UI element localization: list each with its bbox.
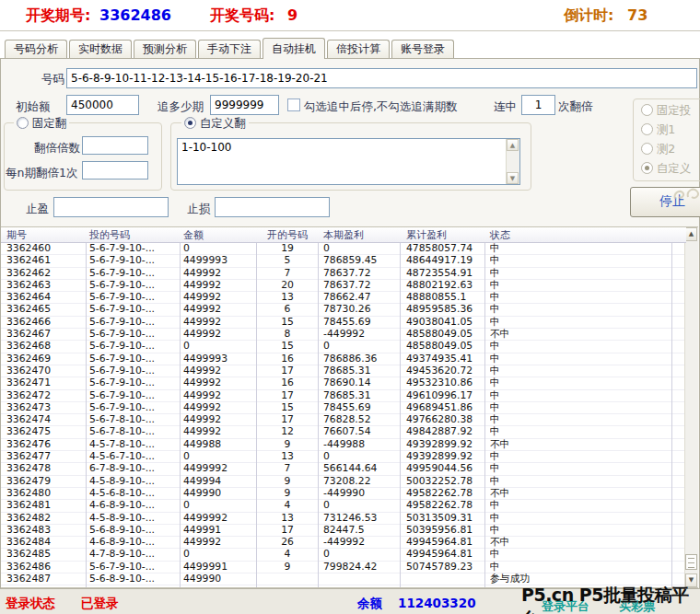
textarea-scrollbar[interactable]: ▲ ▼ bbox=[506, 139, 519, 184]
table-row[interactable]: 33624675-6-7-9-10-...4499928-44999248588… bbox=[1, 329, 686, 341]
streak-input[interactable]: 1 bbox=[521, 95, 555, 115]
table-row[interactable]: 33624715-6-7-9-10-...4499921678690.14495… bbox=[1, 377, 686, 389]
fixed-multiply-radio-row[interactable]: 固定翻 bbox=[14, 116, 69, 132]
tab-4[interactable]: 手动下注 bbox=[198, 40, 261, 58]
chase-periods-input[interactable]: 9999999 bbox=[210, 95, 279, 115]
table-cell: 中 bbox=[490, 513, 671, 525]
fixed-multiply-radio[interactable] bbox=[17, 117, 29, 129]
table-cell: 3362484 bbox=[6, 537, 84, 549]
mode-option-4[interactable]: 自定义 bbox=[641, 161, 691, 180]
tab-7[interactable]: 账号登录 bbox=[391, 40, 454, 58]
table-cell: 449991 bbox=[183, 525, 255, 537]
table-cell: 78455.69 bbox=[323, 317, 399, 329]
scroll-up-icon[interactable]: ▲ bbox=[685, 227, 697, 241]
column-header[interactable]: 金额 bbox=[183, 228, 255, 242]
table-cell: 566144.64 bbox=[323, 463, 399, 475]
column-header[interactable]: 累计盈利 bbox=[406, 228, 484, 242]
multiply-sequence-textarea[interactable]: 1-10-100 ▲ ▼ bbox=[177, 138, 520, 185]
stop-on-win-checkbox[interactable] bbox=[287, 98, 300, 111]
stop-on-win-label: 勾选追中后停,不勾选追满期数 bbox=[304, 99, 457, 115]
table-cell: 78455.69 bbox=[323, 402, 399, 414]
table-cell: 449994 bbox=[183, 476, 255, 488]
table-cell: 17 bbox=[257, 525, 318, 537]
table-row[interactable]: 33624865-6-7-9-10-...44999919799824.4250… bbox=[1, 562, 686, 573]
scroll-down-icon[interactable]: ▼ bbox=[507, 172, 519, 184]
table-row[interactable]: 33624844-6-8-9-10-...44999226-4499924994… bbox=[1, 537, 686, 549]
multiplier-input[interactable] bbox=[82, 136, 148, 155]
table-row[interactable]: 33624824-5-8-9-10-...449999213731246.535… bbox=[1, 513, 686, 525]
custom-multiply-radio[interactable] bbox=[184, 117, 196, 129]
scrollbar-thumb[interactable] bbox=[685, 554, 697, 570]
initial-amount-input[interactable]: 450000 bbox=[66, 95, 139, 115]
table-cell: 中 bbox=[490, 341, 671, 353]
table-cell: 449990 bbox=[183, 488, 255, 500]
mode-option-2[interactable]: 测1 bbox=[641, 122, 691, 142]
table-cell: 4499993 bbox=[183, 353, 255, 365]
table-row[interactable]: 33624804-5-6-8-10-...4499909-44999049582… bbox=[1, 488, 686, 500]
tab-6[interactable]: 倍投计算 bbox=[327, 40, 390, 58]
table-row[interactable]: 33624635-6-7-9-10-...4499922078637.72488… bbox=[1, 280, 686, 292]
table-row[interactable]: 33624786-7-8-9-10-...44999927566144.6449… bbox=[1, 463, 686, 475]
profit-stop-input[interactable] bbox=[53, 197, 169, 217]
numbers-input[interactable]: 5-6-8-9-10-11-12-13-14-15-16-17-18-19-20… bbox=[66, 68, 697, 88]
table-row[interactable]: 33624605-6-7-9-10-...019047858057.74中 bbox=[1, 243, 686, 255]
mode-option-1[interactable]: 固定投 bbox=[641, 103, 691, 122]
table-cell: 4-5-7-8-10-... bbox=[89, 439, 178, 451]
table-cell: 5-6-7-9-10-... bbox=[89, 402, 178, 414]
column-header[interactable]: 期号 bbox=[6, 228, 84, 242]
table-row[interactable]: 33624725-6-7-9-10-...4499921778685.31496… bbox=[1, 390, 686, 402]
table-row[interactable]: 33624625-6-7-9-10-...449992778637.724872… bbox=[1, 268, 686, 280]
tab-1[interactable]: 号码分析 bbox=[5, 40, 67, 58]
every-n-input[interactable] bbox=[82, 161, 148, 180]
table-row[interactable]: 33624854-7-8-9-10-...04049945964.81中 bbox=[1, 549, 686, 561]
table-row[interactable]: 33624615-6-7-9-10-...44999935786859.4548… bbox=[1, 255, 686, 267]
table-row[interactable]: 33624774-5-6-7-10-...013049392899.92中 bbox=[1, 451, 686, 463]
table-row[interactable]: 33624835-6-8-9-10-...4499911782447.55039… bbox=[1, 525, 686, 537]
table-row[interactable]: 33624705-6-7-9-10-...4499921778685.31494… bbox=[1, 365, 686, 377]
mode-option-3[interactable]: 测2 bbox=[641, 142, 691, 161]
table-scrollbar[interactable]: ▲ ▼ bbox=[684, 227, 698, 587]
table-cell: 47858057.74 bbox=[406, 243, 484, 255]
column-header[interactable]: 状态 bbox=[490, 228, 671, 242]
table-cell: 中 bbox=[490, 317, 671, 329]
table-cell: 中 bbox=[490, 304, 671, 316]
table-row[interactable]: 33624794-5-8-9-10-...449994973208.225003… bbox=[1, 476, 686, 488]
table-cell: 中 bbox=[490, 280, 671, 292]
table-cell: 13 bbox=[257, 513, 318, 525]
mode-radio[interactable] bbox=[641, 123, 653, 135]
table-row[interactable]: 33624655-6-7-9-10-...449992678730.264895… bbox=[1, 304, 686, 316]
loss-stop-label: 止损 bbox=[187, 202, 210, 217]
column-header[interactable]: 本期盈利 bbox=[323, 228, 399, 242]
scroll-up-icon[interactable]: ▲ bbox=[507, 139, 519, 151]
table-row[interactable]: 33624735-6-7-9-10-...4499921578455.69496… bbox=[1, 402, 686, 414]
table-row[interactable]: 33624665-6-7-9-10-...4499921578455.69490… bbox=[1, 317, 686, 329]
table-row[interactable]: 33624764-5-7-8-10-...4499889-44998849392… bbox=[1, 439, 686, 451]
table-cell: 0 bbox=[323, 341, 399, 353]
table-cell: 449992 bbox=[183, 414, 255, 426]
table-row[interactable]: 33624755-6-7-8-10-...4499921276607.54498… bbox=[1, 426, 686, 438]
table-cell: 5-6-7-9-10-... bbox=[89, 562, 178, 573]
column-header[interactable]: 投的号码 bbox=[89, 228, 178, 242]
table-row[interactable]: 33624645-6-7-9-10-...4499921378662.47488… bbox=[1, 292, 686, 304]
table-row[interactable]: 33624745-6-7-8-10-...4499921776828.52497… bbox=[1, 414, 686, 426]
table-row[interactable]: 33624695-6-7-9-10-...449999316786886.364… bbox=[1, 353, 686, 365]
tab-3[interactable]: 预测分析 bbox=[134, 40, 196, 58]
loss-stop-input[interactable] bbox=[215, 197, 330, 217]
stop-button[interactable]: 停止 bbox=[630, 187, 700, 217]
tab-5[interactable]: 自动挂机 bbox=[262, 38, 325, 59]
table-cell: 5-6-7-9-10-... bbox=[89, 341, 178, 353]
column-header[interactable]: 开的号码 bbox=[257, 228, 318, 242]
streak-label: 连中 bbox=[494, 99, 517, 115]
custom-multiply-radio-row[interactable]: 自定义翻 bbox=[181, 116, 249, 132]
mode-radio[interactable] bbox=[641, 162, 653, 174]
table-row[interactable]: 33624814-6-8-9-10-...04049582262.78中 bbox=[1, 500, 686, 512]
column-divider bbox=[180, 227, 181, 587]
table-cell: 0 bbox=[183, 243, 255, 255]
mode-radio[interactable] bbox=[641, 143, 653, 155]
draw-label: 开奖号码: bbox=[210, 6, 274, 26]
table-row[interactable]: 33624685-6-7-9-10-...015048588049.05中 bbox=[1, 341, 686, 353]
table-cell: 4499993 bbox=[183, 255, 255, 267]
table-cell: 9 bbox=[257, 476, 318, 488]
mode-radio[interactable] bbox=[641, 104, 653, 116]
tab-2[interactable]: 实时数据 bbox=[69, 40, 132, 58]
